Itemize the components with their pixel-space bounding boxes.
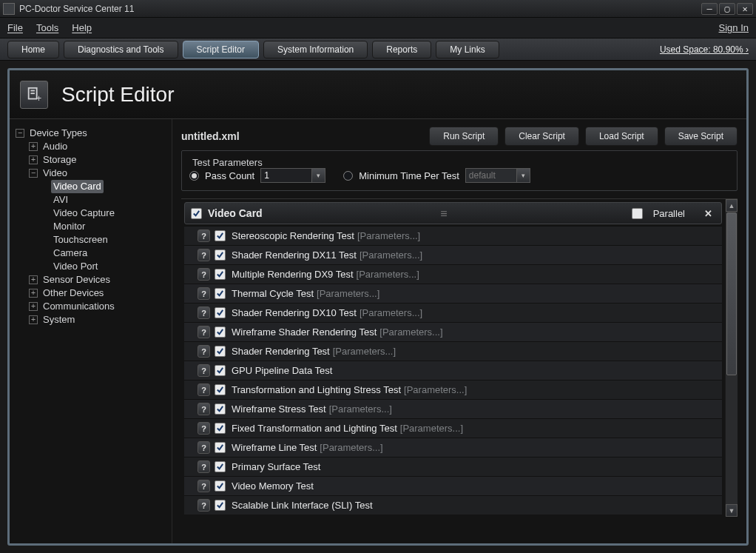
test-checkbox[interactable]	[215, 384, 226, 395]
help-button[interactable]: ?	[198, 268, 210, 281]
drag-handle-icon[interactable]	[440, 209, 453, 218]
tree-comms[interactable]: Communications	[41, 300, 117, 313]
sidebar: −Device Types +Audio +Storage −Video Vid…	[10, 119, 172, 543]
test-checkbox[interactable]	[215, 326, 226, 338]
page-title: Script Editor	[61, 83, 175, 107]
test-row: ?Shader Rendering DX11 Test[Parameters..…	[184, 245, 722, 264]
menubar: File Tools Help Sign In	[0, 18, 756, 38]
load-script-button[interactable]: Load Script	[585, 127, 658, 146]
test-checkbox[interactable]	[215, 269, 226, 280]
parameters-link[interactable]: [Parameters...]	[333, 346, 396, 357]
help-button[interactable]: ?	[198, 306, 210, 319]
test-name: Thermal Cycle Test	[232, 288, 314, 299]
pass-count-label: Pass Count	[205, 170, 254, 181]
test-checkbox[interactable]	[215, 365, 226, 376]
test-row: ?Wireframe Shader Rendering Test[Paramet…	[184, 322, 722, 341]
tree-video-card[interactable]: Video Card	[51, 180, 104, 193]
tab-my-links[interactable]: My Links	[436, 41, 499, 58]
minimize-button[interactable]: —	[701, 3, 718, 15]
test-checkbox[interactable]	[215, 249, 226, 261]
tab-script-editor[interactable]: Script Editor	[183, 41, 259, 58]
tree-monitor[interactable]: Monitor	[51, 220, 87, 233]
help-button[interactable]: ?	[198, 345, 210, 358]
used-space-link[interactable]: Used Space: 80.90%	[660, 44, 749, 55]
pass-count-input[interactable]	[260, 168, 312, 183]
tree-camera[interactable]: Camera	[51, 247, 90, 260]
help-button[interactable]: ?	[198, 480, 210, 492]
clear-script-button[interactable]: Clear Script	[504, 127, 579, 146]
tree-sensor[interactable]: Sensor Devices	[41, 273, 112, 286]
run-script-button[interactable]: Run Script	[429, 127, 499, 146]
tree-root[interactable]: Device Types	[27, 127, 90, 140]
test-checkbox[interactable]	[215, 288, 226, 299]
parameters-link[interactable]: [Parameters...]	[357, 269, 419, 280]
test-checkbox[interactable]	[215, 230, 226, 241]
tree-video[interactable]: Video	[41, 167, 70, 180]
scroll-up-button[interactable]: ▲	[726, 199, 738, 212]
scroll-down-button[interactable]: ▼	[726, 504, 738, 517]
test-checkbox[interactable]	[215, 442, 226, 453]
tab-diagnostics[interactable]: Diagnostics and Tools	[64, 41, 178, 58]
help-button[interactable]: ?	[198, 403, 210, 415]
group-checkbox[interactable]	[191, 208, 202, 219]
parameters-link[interactable]: [Parameters...]	[360, 307, 422, 318]
parameters-link[interactable]: [Parameters...]	[329, 403, 392, 415]
pass-count-radio[interactable]	[189, 171, 199, 181]
help-button[interactable]: ?	[198, 460, 210, 473]
tree-video-capture[interactable]: Video Capture	[51, 207, 117, 220]
min-time-input[interactable]	[465, 168, 517, 183]
tree-video-port[interactable]: Video Port	[51, 260, 100, 273]
menu-file[interactable]: File	[7, 22, 23, 33]
group-close-button[interactable]: ✕	[701, 208, 715, 219]
tree-system[interactable]: System	[41, 313, 77, 326]
help-button[interactable]: ?	[198, 249, 210, 261]
pass-count-stepper[interactable]: ▾	[312, 168, 325, 183]
tab-system-information[interactable]: System Information	[263, 41, 368, 58]
help-button[interactable]: ?	[198, 287, 210, 300]
test-checkbox[interactable]	[215, 500, 226, 511]
test-checkbox[interactable]	[215, 307, 226, 318]
tree-other[interactable]: Other Devices	[41, 286, 106, 300]
save-script-button[interactable]: Save Script	[664, 127, 738, 146]
close-button[interactable]: ✕	[737, 3, 753, 15]
test-name: Wireframe Stress Test	[232, 403, 326, 415]
maximize-button[interactable]: ▢	[719, 3, 735, 15]
tree-storage[interactable]: Storage	[41, 153, 79, 167]
scrollbar[interactable]: ▲ ▼	[725, 199, 738, 517]
signin-link[interactable]: Sign In	[719, 22, 749, 33]
help-button[interactable]: ?	[198, 422, 210, 435]
menu-help[interactable]: Help	[72, 22, 92, 33]
test-name: Shader Rendering DX11 Test	[232, 249, 357, 261]
min-time-stepper[interactable]: ▾	[517, 168, 530, 183]
tab-home[interactable]: Home	[7, 41, 59, 58]
parameters-link[interactable]: [Parameters...]	[379, 326, 442, 338]
help-button[interactable]: ?	[198, 326, 210, 338]
tree-avi[interactable]: AVI	[51, 193, 70, 207]
test-checkbox[interactable]	[215, 403, 226, 415]
parallel-checkbox[interactable]	[632, 208, 643, 219]
help-button[interactable]: ?	[198, 383, 210, 396]
device-tree[interactable]: −Device Types +Audio +Storage −Video Vid…	[16, 127, 169, 326]
help-button[interactable]: ?	[198, 499, 210, 512]
parameters-link[interactable]: [Parameters...]	[404, 384, 467, 395]
test-name: Video Memory Test	[232, 480, 314, 492]
tree-touchscreen[interactable]: Touchscreen	[51, 233, 110, 247]
parameters-link[interactable]: [Parameters...]	[360, 249, 422, 261]
help-button[interactable]: ?	[198, 364, 210, 377]
parameters-link[interactable]: [Parameters...]	[357, 230, 420, 241]
svg-text:+: +	[36, 93, 42, 103]
test-checkbox[interactable]	[215, 346, 226, 357]
parameters-link[interactable]: [Parameters...]	[400, 423, 463, 434]
parameters-link[interactable]: [Parameters...]	[320, 442, 382, 453]
menu-tools[interactable]: Tools	[36, 22, 58, 33]
test-checkbox[interactable]	[215, 423, 226, 434]
tree-audio[interactable]: Audio	[41, 140, 70, 153]
tab-reports[interactable]: Reports	[372, 41, 431, 58]
parameters-link[interactable]: [Parameters...]	[317, 288, 379, 299]
help-button[interactable]: ?	[198, 441, 210, 454]
help-button[interactable]: ?	[198, 229, 210, 242]
scroll-thumb[interactable]	[726, 212, 737, 375]
test-checkbox[interactable]	[215, 480, 226, 492]
test-checkbox[interactable]	[215, 461, 226, 472]
min-time-radio[interactable]	[343, 171, 353, 181]
